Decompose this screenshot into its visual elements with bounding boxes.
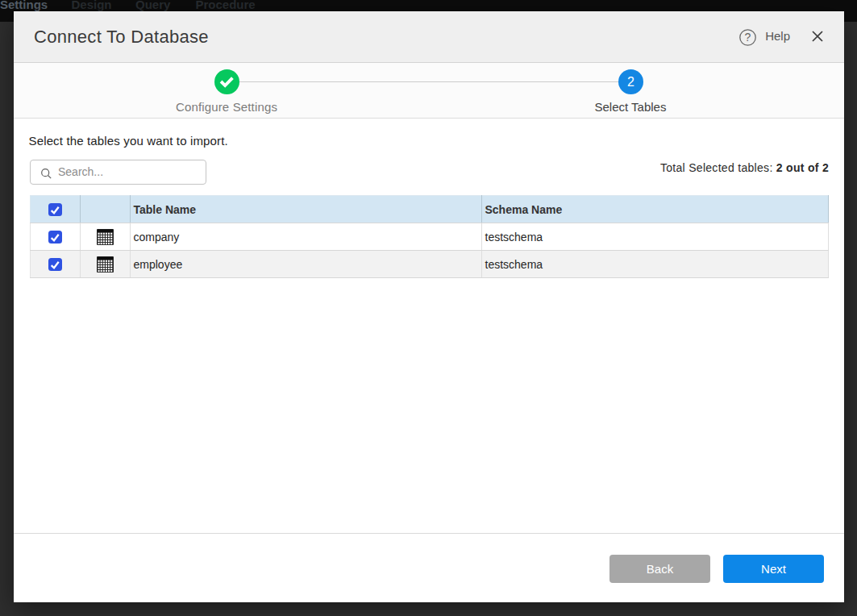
- svg-text:?: ?: [744, 31, 751, 44]
